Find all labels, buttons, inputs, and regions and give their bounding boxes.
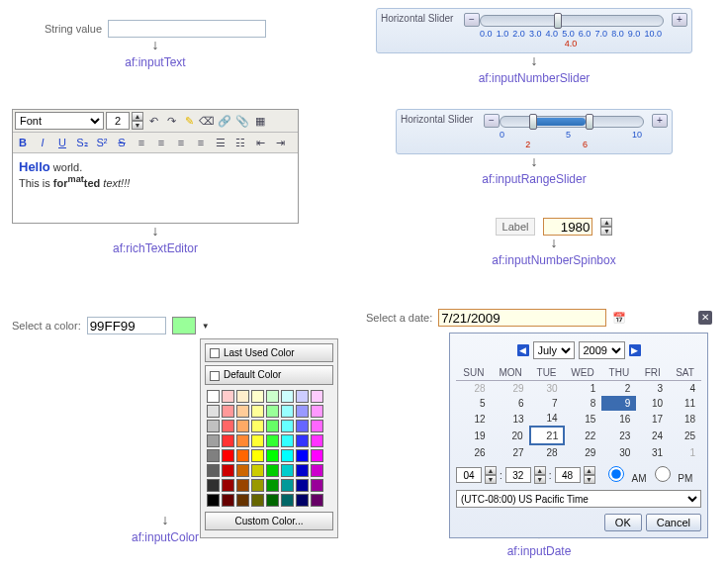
color-cell[interactable] <box>236 494 249 507</box>
color-swatch[interactable] <box>172 317 196 334</box>
calendar-day[interactable]: 1 <box>669 444 701 460</box>
color-cell[interactable] <box>296 479 309 492</box>
color-cell[interactable] <box>222 479 234 492</box>
calendar-day[interactable]: 14 <box>530 411 564 427</box>
color-value-input[interactable] <box>87 317 166 334</box>
calendar-day[interactable]: 10 <box>636 396 669 411</box>
color-cell[interactable] <box>311 464 323 477</box>
color-cell[interactable] <box>266 449 279 462</box>
strikethrough-icon[interactable]: S <box>114 135 130 150</box>
superscript-icon[interactable]: S² <box>94 135 110 150</box>
calendar-day[interactable]: 24 <box>636 427 669 444</box>
color-cell[interactable] <box>266 494 279 507</box>
calendar-day[interactable]: 15 <box>564 411 602 427</box>
color-cell[interactable] <box>281 464 294 477</box>
slider-track[interactable] <box>500 116 644 128</box>
ordered-list-icon[interactable]: ☰ <box>213 135 228 150</box>
color-cell[interactable] <box>207 494 220 507</box>
calendar-day[interactable]: 19 <box>456 427 492 444</box>
unordered-list-icon[interactable]: ☷ <box>232 135 248 150</box>
align-right-icon[interactable]: ≡ <box>173 135 189 150</box>
calendar-day[interactable]: 6 <box>492 396 530 411</box>
color-cell[interactable] <box>311 434 323 447</box>
color-cell[interactable] <box>207 479 220 492</box>
color-cell[interactable] <box>251 479 264 492</box>
color-cell[interactable] <box>311 405 323 418</box>
color-cell[interactable] <box>296 405 309 418</box>
color-cell[interactable] <box>207 420 220 432</box>
calendar-day[interactable]: 27 <box>492 444 530 460</box>
color-cell[interactable] <box>311 479 323 492</box>
color-cell[interactable] <box>236 405 249 418</box>
prev-month-icon[interactable]: ◀ <box>517 344 529 356</box>
color-cell[interactable] <box>281 420 294 432</box>
month-select[interactable]: July <box>533 341 575 359</box>
align-left-icon[interactable]: ≡ <box>134 135 149 150</box>
calendar-day[interactable]: 26 <box>456 444 492 460</box>
color-cell[interactable] <box>296 464 309 477</box>
pm-radio[interactable]: PM <box>650 466 693 484</box>
color-cell[interactable] <box>311 390 323 403</box>
slider-plus-button[interactable]: + <box>672 13 687 27</box>
color-cell[interactable] <box>251 390 264 403</box>
bold-icon[interactable]: B <box>15 135 31 150</box>
rich-text-body[interactable]: Hello world. This is formatted text!!! <box>13 153 298 223</box>
color-cell[interactable] <box>222 449 234 462</box>
color-cell[interactable] <box>222 434 234 447</box>
close-icon[interactable]: ✕ <box>698 311 712 325</box>
year-select[interactable]: 2009 <box>579 341 625 359</box>
slider-plus-button[interactable]: + <box>652 114 668 128</box>
color-cell[interactable] <box>311 420 323 432</box>
calendar-day[interactable]: 5 <box>456 396 492 411</box>
color-cell[interactable] <box>296 494 309 507</box>
calendar-day[interactable]: 29 <box>492 381 530 397</box>
color-cell[interactable] <box>236 420 249 432</box>
color-cell[interactable] <box>251 434 264 447</box>
color-cell[interactable] <box>296 390 309 403</box>
color-cell[interactable] <box>251 449 264 462</box>
next-month-icon[interactable]: ▶ <box>629 344 641 356</box>
font-size-spinner[interactable]: ▲▼ <box>132 112 143 130</box>
color-cell[interactable] <box>251 405 264 418</box>
color-cell[interactable] <box>296 420 309 432</box>
color-cell[interactable] <box>207 434 220 447</box>
color-cell[interactable] <box>281 449 294 462</box>
slider-thumb-high[interactable] <box>586 114 593 130</box>
spinbox-input[interactable] <box>543 218 592 236</box>
calendar-icon[interactable]: 📅 <box>612 312 626 325</box>
color-cell[interactable] <box>266 464 279 477</box>
calendar-day[interactable]: 30 <box>530 381 564 397</box>
slider-track[interactable] <box>480 15 664 27</box>
color-cell[interactable] <box>236 434 249 447</box>
calendar-day[interactable]: 9 <box>601 396 636 411</box>
color-cell[interactable] <box>222 494 234 507</box>
dropdown-icon[interactable]: ▼ <box>202 322 210 331</box>
italic-icon[interactable]: I <box>35 135 50 150</box>
slider-thumb-low[interactable] <box>529 114 537 130</box>
color-cell[interactable] <box>266 405 279 418</box>
calendar-day[interactable]: 4 <box>669 381 701 397</box>
color-cell[interactable] <box>266 479 279 492</box>
color-cell[interactable] <box>281 390 294 403</box>
clear-format-icon[interactable]: ⌫ <box>199 113 215 129</box>
calendar-day[interactable]: 28 <box>530 444 564 460</box>
slider-minus-button[interactable]: − <box>464 13 480 27</box>
am-radio[interactable]: AM <box>603 466 646 484</box>
color-cell[interactable] <box>251 464 264 477</box>
cancel-button[interactable]: Cancel <box>646 514 701 531</box>
align-justify-icon[interactable]: ≡ <box>193 135 209 150</box>
calendar-day[interactable]: 25 <box>669 427 701 444</box>
color-cell[interactable] <box>236 479 249 492</box>
calendar-day[interactable]: 28 <box>456 381 492 397</box>
minute-input[interactable] <box>505 467 531 483</box>
font-size-input[interactable] <box>106 112 130 130</box>
more-icon[interactable]: ▦ <box>252 113 268 129</box>
date-input[interactable] <box>438 309 606 327</box>
slider-minus-button[interactable]: − <box>484 114 500 128</box>
calendar-day[interactable]: 3 <box>636 381 669 397</box>
calendar-day[interactable]: 2 <box>601 381 636 397</box>
custom-color-button[interactable]: Custom Color... <box>205 512 333 530</box>
subscript-icon[interactable]: S₂ <box>74 135 90 150</box>
spinbox-spinner[interactable]: ▲▼ <box>600 218 612 236</box>
color-cell[interactable] <box>236 464 249 477</box>
